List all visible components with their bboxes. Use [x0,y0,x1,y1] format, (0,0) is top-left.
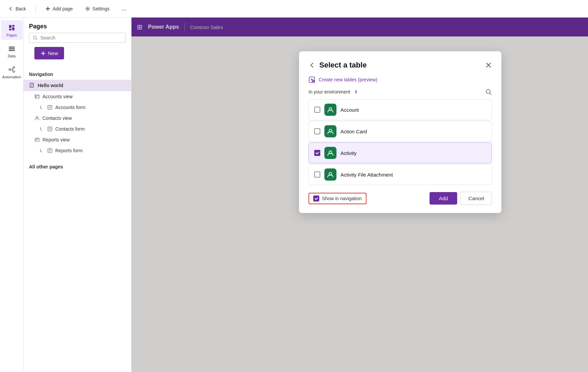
nav-item-accounts-view[interactable]: Accounts view [24,91,131,102]
pages-title: Pages [24,18,131,33]
dialog-back-button[interactable] [308,62,315,69]
svg-rect-2 [12,25,14,27]
svg-point-10 [13,71,14,73]
svg-rect-3 [12,27,14,30]
create-tables-icon [308,76,315,83]
pages-icon [7,23,17,32]
settings-button[interactable]: Settings [82,5,112,13]
table-row-activity-file-attachment[interactable]: Activity File Attachment [308,164,492,185]
nav-item-hello-world[interactable]: Hello world [24,80,131,91]
sidebar-item-automation[interactable]: Automation [1,62,23,82]
search-input[interactable] [40,35,122,41]
create-tables-link[interactable]: Create new tables (preview) [308,76,492,83]
main-layout: Pages Data Automation [0,18,588,372]
svg-rect-1 [9,25,11,28]
sidebar-data-label: Data [8,54,16,58]
svg-point-8 [9,69,10,71]
select-table-dialog: Select a table Create new tables (previe… [299,51,501,213]
gear-icon [85,6,90,11]
plus-icon [45,6,51,11]
add-page-label: Add page [53,6,73,11]
dialog-header: Select a table [308,61,492,70]
new-button[interactable]: New [34,47,64,59]
form-icon [47,105,53,110]
nav-item-contacts-view-label: Contacts view [42,115,72,121]
env-label: In your environment [308,89,350,95]
cancel-button[interactable]: Cancel [461,192,492,205]
sidebar-automation-label: Automation [2,75,21,79]
page-icon [29,82,35,88]
nav-item-reports-form-label: Reports form [55,148,83,153]
show-in-navigation-wrap[interactable]: Show in navigation [308,193,366,204]
svg-rect-7 [9,50,15,51]
nav-item-contacts-view[interactable]: Contacts view [24,113,131,124]
svg-rect-13 [35,95,39,98]
dialog-title: Select a table [319,61,367,70]
reports-form-icon [47,148,53,153]
navigation-section-label: Navigation [24,69,131,80]
back-icon [8,6,13,11]
svg-point-21 [486,89,490,94]
table-row-activity[interactable]: Activity [308,142,492,163]
create-tables-label: Create new tables (preview) [319,77,377,82]
new-plus-icon [40,51,46,56]
add-page-button[interactable]: Add page [42,5,76,13]
account-checkbox[interactable] [314,107,320,113]
nav-item-reports-view[interactable]: Reports view [24,134,131,145]
dialog-close-button[interactable] [485,62,492,69]
svg-point-11 [33,36,36,39]
svg-rect-4 [9,29,11,30]
automation-icon [7,65,17,74]
contacts-view-icon [34,115,40,121]
dialog-back-icon [308,62,315,69]
svg-rect-6 [9,48,15,49]
close-icon [485,62,492,69]
form-indent-icon [40,105,45,110]
action-card-icon [324,125,336,137]
svg-rect-17 [35,138,39,141]
svg-rect-5 [9,47,15,48]
all-other-pages-label: All other pages [24,161,131,172]
activity-name: Activity [341,150,357,156]
back-button[interactable]: Back [5,5,29,13]
nav-item-hello-world-label: Hello world [38,83,63,88]
activity-checkbox[interactable] [314,150,320,156]
dialog-title-wrap: Select a table [308,61,367,70]
nav-item-reports-form[interactable]: Reports form [24,145,131,156]
action-card-checkbox[interactable] [314,128,320,134]
svg-point-0 [87,8,89,9]
nav-item-accounts-form-label: Accounts form [55,105,85,110]
nav-item-contacts-form-label: Contacts form [55,126,85,132]
reports-form-indent-icon [40,148,45,153]
pages-panel: Pages New Navigation Hello world [24,18,131,372]
table-row-action-card[interactable]: Action Card [308,121,492,142]
env-selector-left[interactable]: In your environment [308,89,359,95]
env-selector: In your environment [308,88,492,95]
reports-view-icon [34,137,40,142]
nav-item-contacts-form[interactable]: Contacts form [24,124,131,134]
check-icon [315,151,319,155]
sidebar: Pages Data Automation [0,18,24,372]
action-card-name: Action Card [341,129,367,134]
svg-point-9 [13,67,14,69]
table-list: Account Action Card [308,99,492,185]
search-box[interactable] [29,33,126,43]
nav-item-reports-view-label: Reports view [42,137,70,142]
nav-item-accounts-form[interactable]: Accounts form [24,102,131,113]
show-nav-checkbox[interactable] [313,195,319,202]
add-button[interactable]: Add [430,192,458,205]
account-icon [324,104,336,116]
more-button[interactable]: ... [119,4,129,14]
sidebar-item-data[interactable]: Data [1,41,23,61]
search-icon [33,35,38,41]
sidebar-pages-label: Pages [6,33,17,37]
nav-item-accounts-view-label: Accounts view [42,94,72,99]
content-area: ⊞ Power Apps Contoso Sales Select a tabl… [131,18,588,372]
table-row-account[interactable]: Account [308,99,492,120]
show-in-navigation-label: Show in navigation [322,196,362,201]
sidebar-item-pages[interactable]: Pages [1,20,23,40]
contacts-form-indent-icon [40,127,45,131]
env-search-icon[interactable] [485,88,492,95]
activity-file-attachment-checkbox[interactable] [314,171,320,178]
dialog-footer: Show in navigation Add Cancel [308,192,492,205]
